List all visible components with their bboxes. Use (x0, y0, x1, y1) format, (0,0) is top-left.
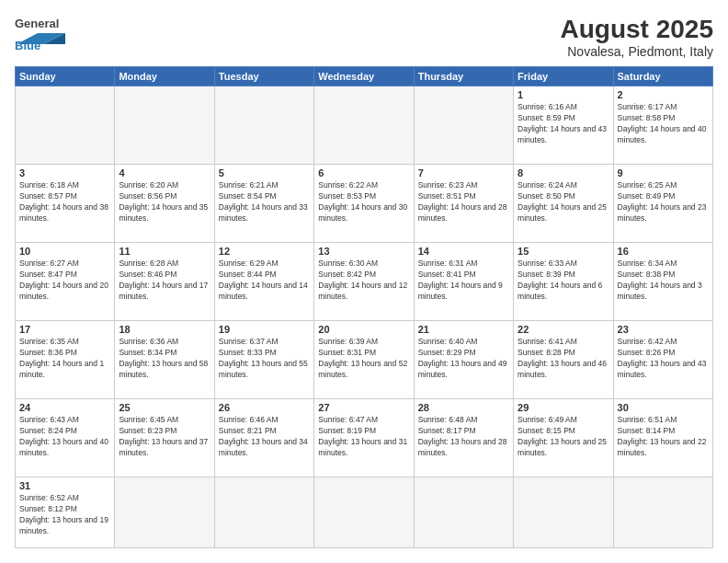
day-info: Sunrise: 6:20 AM Sunset: 8:56 PM Dayligh… (119, 180, 210, 224)
day-info: Sunrise: 6:27 AM Sunset: 8:47 PM Dayligh… (19, 259, 110, 303)
day-number: 22 (518, 324, 609, 335)
day-number: 12 (219, 246, 310, 257)
table-row: 29Sunrise: 6:49 AM Sunset: 8:15 PM Dayli… (514, 399, 613, 477)
day-info: Sunrise: 6:18 AM Sunset: 8:57 PM Dayligh… (19, 180, 110, 224)
day-info: Sunrise: 6:22 AM Sunset: 8:53 PM Dayligh… (318, 180, 409, 224)
header: General Blue August 2025 Novalesa, Piedm… (15, 15, 713, 59)
day-number: 19 (219, 324, 310, 335)
day-info: Sunrise: 6:47 AM Sunset: 8:19 PM Dayligh… (318, 415, 409, 459)
day-info: Sunrise: 6:40 AM Sunset: 8:29 PM Dayligh… (418, 337, 509, 381)
day-number: 14 (418, 246, 509, 257)
table-row: 19Sunrise: 6:37 AM Sunset: 8:33 PM Dayli… (214, 321, 313, 399)
day-info: Sunrise: 6:46 AM Sunset: 8:21 PM Dayligh… (219, 415, 310, 459)
day-info: Sunrise: 6:51 AM Sunset: 8:14 PM Dayligh… (618, 415, 709, 459)
table-row: 21Sunrise: 6:40 AM Sunset: 8:29 PM Dayli… (414, 321, 513, 399)
table-row: 27Sunrise: 6:47 AM Sunset: 8:19 PM Dayli… (314, 399, 414, 477)
month-year: August 2025 (561, 15, 714, 44)
day-info: Sunrise: 6:25 AM Sunset: 8:49 PM Dayligh… (618, 180, 709, 224)
table-row: 10Sunrise: 6:27 AM Sunset: 8:47 PM Dayli… (16, 243, 115, 321)
col-thursday: Thursday (414, 67, 513, 86)
day-number: 2 (618, 89, 709, 100)
day-number: 29 (518, 402, 609, 413)
table-row: 4Sunrise: 6:20 AM Sunset: 8:56 PM Daylig… (115, 165, 214, 243)
table-row: 17Sunrise: 6:35 AM Sunset: 8:36 PM Dayli… (16, 321, 115, 399)
table-row: 25Sunrise: 6:45 AM Sunset: 8:23 PM Dayli… (115, 399, 214, 477)
table-row (314, 477, 414, 548)
day-number: 27 (318, 402, 409, 413)
table-row: 5Sunrise: 6:21 AM Sunset: 8:54 PM Daylig… (214, 165, 313, 243)
day-number: 1 (518, 89, 609, 100)
generalblue-logo-icon: General Blue (15, 15, 70, 52)
col-tuesday: Tuesday (214, 67, 313, 86)
day-number: 3 (19, 167, 110, 178)
day-number: 8 (518, 167, 609, 178)
page: General Blue August 2025 Novalesa, Piedm… (0, 0, 728, 563)
table-row: 3Sunrise: 6:18 AM Sunset: 8:57 PM Daylig… (16, 165, 115, 243)
day-info: Sunrise: 6:42 AM Sunset: 8:26 PM Dayligh… (618, 337, 709, 381)
table-row: 9Sunrise: 6:25 AM Sunset: 8:49 PM Daylig… (613, 165, 712, 243)
day-number: 4 (119, 167, 210, 178)
day-number: 9 (618, 167, 709, 178)
table-row (514, 477, 613, 548)
day-info: Sunrise: 6:49 AM Sunset: 8:15 PM Dayligh… (518, 415, 609, 459)
table-row (613, 477, 712, 548)
col-friday: Friday (514, 67, 613, 86)
day-number: 23 (618, 324, 709, 335)
day-number: 31 (19, 480, 110, 491)
table-row: 1Sunrise: 6:16 AM Sunset: 8:59 PM Daylig… (514, 86, 613, 165)
day-info: Sunrise: 6:37 AM Sunset: 8:33 PM Dayligh… (219, 337, 310, 381)
day-info: Sunrise: 6:43 AM Sunset: 8:24 PM Dayligh… (19, 415, 110, 459)
calendar-week-row: 10Sunrise: 6:27 AM Sunset: 8:47 PM Dayli… (16, 243, 713, 321)
table-row (214, 86, 313, 165)
calendar-week-row: 3Sunrise: 6:18 AM Sunset: 8:57 PM Daylig… (16, 165, 713, 243)
table-row: 23Sunrise: 6:42 AM Sunset: 8:26 PM Dayli… (613, 321, 712, 399)
day-number: 6 (318, 167, 409, 178)
day-number: 21 (418, 324, 509, 335)
day-info: Sunrise: 6:52 AM Sunset: 8:12 PM Dayligh… (19, 493, 110, 537)
day-info: Sunrise: 6:28 AM Sunset: 8:46 PM Dayligh… (119, 259, 210, 303)
col-monday: Monday (115, 67, 214, 86)
day-number: 5 (219, 167, 310, 178)
calendar-week-row: 1Sunrise: 6:16 AM Sunset: 8:59 PM Daylig… (16, 86, 713, 165)
table-row (414, 86, 513, 165)
day-number: 18 (119, 324, 210, 335)
table-row (115, 477, 214, 548)
day-info: Sunrise: 6:36 AM Sunset: 8:34 PM Dayligh… (119, 337, 210, 381)
day-number: 15 (518, 246, 609, 257)
col-wednesday: Wednesday (314, 67, 414, 86)
table-row: 2Sunrise: 6:17 AM Sunset: 8:58 PM Daylig… (613, 86, 712, 165)
table-row: 18Sunrise: 6:36 AM Sunset: 8:34 PM Dayli… (115, 321, 214, 399)
day-info: Sunrise: 6:24 AM Sunset: 8:50 PM Dayligh… (518, 180, 609, 224)
table-row (414, 477, 513, 548)
table-row: 24Sunrise: 6:43 AM Sunset: 8:24 PM Dayli… (16, 399, 115, 477)
table-row (314, 86, 414, 165)
table-row: 13Sunrise: 6:30 AM Sunset: 8:42 PM Dayli… (314, 243, 414, 321)
day-number: 24 (19, 402, 110, 413)
day-number: 13 (318, 246, 409, 257)
table-row: 20Sunrise: 6:39 AM Sunset: 8:31 PM Dayli… (314, 321, 414, 399)
col-saturday: Saturday (613, 67, 712, 86)
calendar-week-row: 17Sunrise: 6:35 AM Sunset: 8:36 PM Dayli… (16, 321, 713, 399)
table-row (115, 86, 214, 165)
svg-text:General: General (15, 17, 59, 30)
svg-text:Blue: Blue (15, 39, 40, 52)
calendar-week-row: 24Sunrise: 6:43 AM Sunset: 8:24 PM Dayli… (16, 399, 713, 477)
day-info: Sunrise: 6:30 AM Sunset: 8:42 PM Dayligh… (318, 259, 409, 303)
table-row: 12Sunrise: 6:29 AM Sunset: 8:44 PM Dayli… (214, 243, 313, 321)
day-info: Sunrise: 6:48 AM Sunset: 8:17 PM Dayligh… (418, 415, 509, 459)
day-info: Sunrise: 6:34 AM Sunset: 8:38 PM Dayligh… (618, 259, 709, 303)
day-number: 10 (19, 246, 110, 257)
table-row: 26Sunrise: 6:46 AM Sunset: 8:21 PM Dayli… (214, 399, 313, 477)
table-row: 14Sunrise: 6:31 AM Sunset: 8:41 PM Dayli… (414, 243, 513, 321)
day-number: 28 (418, 402, 509, 413)
table-row: 16Sunrise: 6:34 AM Sunset: 8:38 PM Dayli… (613, 243, 712, 321)
day-number: 7 (418, 167, 509, 178)
day-info: Sunrise: 6:33 AM Sunset: 8:39 PM Dayligh… (518, 259, 609, 303)
day-info: Sunrise: 6:39 AM Sunset: 8:31 PM Dayligh… (318, 337, 409, 381)
day-number: 16 (618, 246, 709, 257)
day-number: 26 (219, 402, 310, 413)
table-row: 28Sunrise: 6:48 AM Sunset: 8:17 PM Dayli… (414, 399, 513, 477)
day-info: Sunrise: 6:17 AM Sunset: 8:58 PM Dayligh… (618, 102, 709, 146)
calendar-table: Sunday Monday Tuesday Wednesday Thursday… (15, 66, 713, 548)
table-row (214, 477, 313, 548)
